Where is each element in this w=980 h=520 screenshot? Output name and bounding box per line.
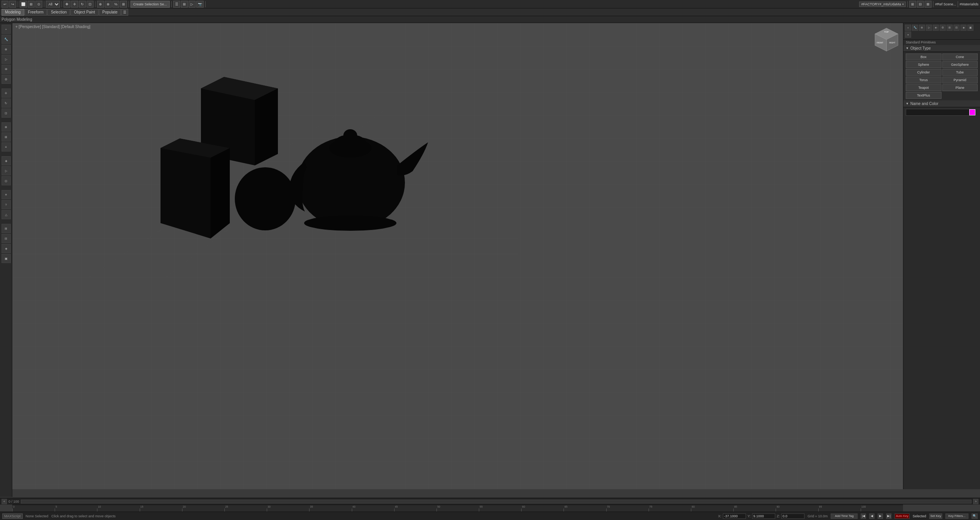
toolbar-icon-1[interactable]: ⊞ — [909, 1, 916, 8]
sidebar-icon-align[interactable]: ≡ — [2, 142, 11, 152]
timeline-prev[interactable]: < — [2, 499, 7, 504]
y-input[interactable] — [752, 513, 775, 519]
panel-icon-create[interactable]: + — [905, 25, 911, 31]
playback-play[interactable]: ▶ — [878, 513, 883, 519]
tab-object-paint[interactable]: Object Paint — [70, 9, 98, 16]
name-color-header[interactable]: ▼ Name and Color — [903, 100, 980, 107]
sidebar-icon-render[interactable]: ▷ — [2, 166, 11, 175]
sidebar-icon-material[interactable]: ◈ — [2, 156, 11, 165]
undo-button[interactable]: ↩ — [2, 1, 8, 8]
tab-selection[interactable]: Selection — [47, 9, 70, 16]
sidebar-icon-light[interactable]: ☀ — [2, 190, 11, 199]
name-input-field[interactable] — [906, 109, 970, 116]
obj-type-textplus[interactable]: TextPlus — [906, 92, 942, 99]
obj-type-cylinder[interactable]: Cylinder — [906, 69, 942, 76]
obj-type-cone[interactable]: Cone — [942, 53, 978, 60]
timeline-track[interactable] — [21, 500, 972, 503]
sidebar-icon-helper[interactable]: ? — [2, 200, 11, 209]
layers-btn[interactable]: ☰ — [173, 1, 180, 8]
sidebar-icon-shape[interactable]: △ — [2, 210, 11, 219]
playback-prev[interactable]: ◀ — [869, 513, 875, 519]
grid-label: Grid = 10.0m — [808, 514, 828, 518]
viewport[interactable]: + [Perspective] [Standard] [Default Shad… — [12, 23, 903, 489]
sidebar-icon-extra-4[interactable]: ▣ — [2, 254, 11, 263]
nav-cube[interactable]: TOP RIGHT FRONT — [873, 26, 900, 53]
sidebar-icon-mirror[interactable]: ⊞ — [2, 132, 11, 142]
toolbar-icon-3[interactable]: ⊠ — [925, 1, 932, 8]
sidebar-icon-extra-1[interactable]: ⊞ — [2, 224, 11, 233]
obj-type-sphere[interactable]: Sphere — [906, 61, 942, 68]
auto-key-button[interactable]: Auto Key — [895, 513, 909, 519]
playback-next[interactable]: ▶| — [886, 513, 891, 519]
panel-icon-display[interactable]: 👁 — [933, 25, 939, 31]
sidebar-icon-camera[interactable]: ◎ — [2, 176, 11, 185]
camera-btn[interactable]: 📷 — [196, 1, 204, 8]
search-button[interactable]: 🔍 — [972, 513, 978, 519]
add-time-tag-button[interactable]: Add Time Tag — [831, 513, 858, 519]
obj-type-tube[interactable]: Tube — [942, 69, 978, 76]
color-swatch[interactable] — [969, 109, 975, 115]
panel-icon-extra2[interactable]: ⊟ — [953, 25, 960, 31]
sidebar-icon-motion[interactable]: ▷ — [2, 55, 11, 64]
move-tool[interactable]: ✛ — [71, 1, 78, 8]
mirror-btn[interactable]: ⊞ — [120, 1, 127, 8]
scale-tool[interactable]: ⊡ — [87, 1, 94, 8]
snap-toggle[interactable]: ⊕ — [97, 1, 104, 8]
panel-icon-hierarchy[interactable]: ⊕ — [919, 25, 925, 31]
sidebar-icon-extra-3[interactable]: ◈ — [2, 244, 11, 253]
panel-icon-extra4[interactable]: ▣ — [967, 25, 973, 31]
tab-options[interactable]: ☰ — [121, 9, 128, 16]
object-type-arrow: ▼ — [906, 47, 909, 50]
create-selection-button[interactable]: Create Selection Se... — [130, 1, 170, 8]
sidebar-icon-move[interactable]: ✛ — [2, 88, 11, 98]
render-btn[interactable]: ▷ — [189, 1, 196, 8]
tab-freeform[interactable]: Freeform — [25, 9, 47, 16]
z-input[interactable] — [781, 513, 804, 519]
obj-type-geosphere[interactable]: GeoSphere — [942, 61, 978, 68]
sidebar-icon-scale[interactable]: ⊡ — [2, 108, 11, 118]
snap-type[interactable]: ⊗ — [105, 1, 112, 8]
sidebar-icon-extra-2[interactable]: ⊟ — [2, 234, 11, 243]
sidebar-icon-modify[interactable]: 🔧 — [2, 35, 11, 44]
panel-icon-extra5[interactable]: ≡ — [905, 32, 911, 38]
sidebar-icon-snap[interactable]: ⊕ — [2, 122, 11, 132]
obj-type-box[interactable]: Box — [906, 53, 942, 60]
panel-icon-utilities[interactable]: ⚙ — [940, 25, 946, 31]
key-filters-button[interactable]: Key Filters... — [945, 513, 968, 519]
rotate-tool[interactable]: ↻ — [79, 1, 86, 8]
panel-icon-modify[interactable]: 🔧 — [912, 25, 918, 31]
panel-icon-motion[interactable]: ▷ — [926, 25, 932, 31]
percent-btn[interactable]: % — [112, 1, 119, 8]
panel-icon-extra3[interactable]: ◈ — [960, 25, 967, 31]
tab-modeling[interactable]: Modeling — [2, 9, 24, 16]
object-type-header[interactable]: ▼ Object Type — [903, 45, 980, 52]
material-ids-label[interactable]: #MaterialIds — [960, 2, 978, 6]
lasso-button[interactable]: ⊙ — [35, 1, 42, 8]
ruler-mark-55: 55 — [479, 508, 521, 512]
tab-populate[interactable]: Populate — [99, 9, 121, 16]
select-button[interactable]: ⬜ — [20, 1, 27, 8]
x-input[interactable] — [723, 513, 746, 519]
factory-label[interactable]: #FACTORY#_mts/UdaMa × — [859, 2, 906, 7]
sidebar-icon-utilities[interactable]: ⚙ — [2, 75, 11, 84]
grid-btn[interactable]: ⊞ — [181, 1, 188, 8]
sidebar-icon-rotate[interactable]: ↻ — [2, 98, 11, 108]
obj-type-teapot[interactable]: Teapot — [906, 84, 942, 91]
timeline-next[interactable]: > — [973, 499, 978, 504]
toolbar-icon-2[interactable]: ⊟ — [917, 1, 924, 8]
obj-type-torus[interactable]: Torus — [906, 77, 942, 83]
set-key-button[interactable]: Set Key — [929, 513, 942, 519]
select-region-button[interactable]: ⊞ — [28, 1, 35, 8]
obj-type-pyramid[interactable]: Pyramid — [942, 77, 978, 83]
obj-type-plane[interactable]: Plane — [942, 84, 978, 91]
panel-icon-extra1[interactable]: ⊞ — [947, 25, 953, 31]
playback-prev-prev[interactable]: |◀ — [861, 513, 866, 519]
sidebar-icon-display[interactable]: 👁 — [2, 65, 11, 74]
sidebar-icon-create[interactable]: + — [2, 25, 11, 34]
name-color-arrow: ▼ — [906, 102, 909, 105]
sidebar-icon-hierarchy[interactable]: ⊕ — [2, 45, 11, 54]
mode-dropdown[interactable]: All — [46, 1, 60, 8]
redo-button[interactable]: ↪ — [9, 1, 16, 8]
ref-scene-label[interactable]: #Ref Scene... — [935, 2, 956, 6]
select-tool[interactable]: ✥ — [64, 1, 70, 8]
